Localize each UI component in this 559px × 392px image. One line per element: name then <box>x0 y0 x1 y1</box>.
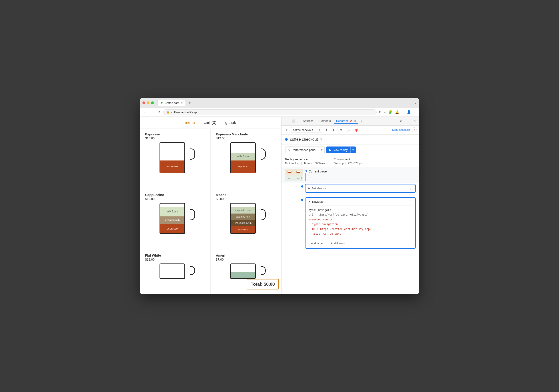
set-viewport-header[interactable]: ▶ Set viewport ⋮ <box>306 185 415 192</box>
timeline-dot-2 <box>301 185 303 187</box>
address-input[interactable]: 🔒 coffee-cart.netlify.app <box>163 109 377 115</box>
settings-icon[interactable]: ⚙ <box>398 118 404 124</box>
help-button[interactable]: ? <box>412 127 417 132</box>
code-type-key: type: <box>309 209 318 212</box>
select-dropdown-icon: ▾ <box>319 129 320 131</box>
performance-panel-button[interactable]: ↻ Performance panel <box>285 147 319 153</box>
add-recording-button[interactable]: + <box>284 127 289 133</box>
environment-values: Desktop | 723×574 px <box>334 162 362 165</box>
recording-select[interactable]: coffee checkout ▾ <box>291 127 322 133</box>
product-cappuccino[interactable]: Cappuccino $19.00 espresso steamed milk … <box>140 189 211 250</box>
play-icon: ▶ <box>329 148 332 151</box>
navigate-step: ▼ Navigate ⋮ type: navigate url: https:/… <box>305 197 416 249</box>
product-espresso[interactable]: Espresso $10.00 espresso <box>140 129 211 189</box>
alert-icon[interactable]: 🔔 <box>395 110 399 114</box>
nav-cart[interactable]: cart (0) <box>204 120 216 125</box>
tab-recorder-close[interactable]: ✕ <box>354 120 356 122</box>
recording-select-value: coffee checkout <box>293 128 313 132</box>
send-feedback-link[interactable]: Send feedback <box>392 128 410 131</box>
timeline-connector-3 <box>301 196 303 201</box>
replay-button[interactable]: ▷| <box>346 127 352 133</box>
mug-handle <box>261 266 266 275</box>
product-macchiato[interactable]: Espresso Macchiato $12.00 espresso milk … <box>211 129 281 189</box>
slow-replay-dropdown-button[interactable]: ▾ <box>350 147 356 153</box>
navigate-more-icon[interactable]: ⋮ <box>409 200 413 204</box>
maximize-button[interactable] <box>151 101 154 104</box>
resolution-value: 723×574 px <box>348 162 362 165</box>
more-tabs-icon[interactable]: » <box>359 118 364 124</box>
tab-sources[interactable]: Sources <box>301 118 316 124</box>
nav-github[interactable]: github <box>225 120 236 125</box>
layer-espresso: espresso <box>160 224 184 233</box>
tab-close-icon[interactable]: ✕ <box>181 101 183 104</box>
devtools-more-icon[interactable]: ⋮ <box>405 118 411 124</box>
action-buttons: ↻ Performance panel ▾ ▶ Slow replay ▾ <box>281 145 419 155</box>
refresh-button[interactable]: ↺ <box>157 110 161 115</box>
replay-settings-values: No throttling | Timeout: 5000 ms <box>285 162 325 165</box>
navigate-header[interactable]: ▼ Navigate ⋮ <box>306 198 415 205</box>
product-name: Espresso <box>145 132 205 136</box>
back-button[interactable]: ← <box>142 110 148 115</box>
performance-panel-group: ↻ Performance panel ▾ <box>285 146 325 153</box>
product-price: $10.00 <box>145 136 205 140</box>
code-evt-title-key: title: <box>312 232 323 235</box>
layer-steamed-milk: steamed milk <box>231 214 255 220</box>
tab-elements[interactable]: Elements <box>317 118 333 124</box>
product-price: $12.00 <box>216 136 276 140</box>
edit-title-icon[interactable]: ✎ <box>320 138 323 141</box>
address-bar: ← → ↺ 🔒 coffee-cart.netlify.app ⬆ ☆ 🧩 🔔 … <box>140 108 419 117</box>
active-tab[interactable]: ▼ Coffee cart ✕ <box>157 100 186 106</box>
tab-bar: ▼ Coffee cart ✕ + <box>157 100 412 106</box>
tab-recorder[interactable]: Recorder 📌 ✕ <box>334 118 358 124</box>
add-timeout-button[interactable]: Add timeout <box>328 241 348 246</box>
timeline-connector-2 <box>301 183 303 196</box>
close-button[interactable] <box>142 101 145 104</box>
device-icon[interactable]: ⬜ <box>290 118 297 124</box>
layer-espresso: espresso <box>231 160 255 173</box>
download-button[interactable]: ⬇ <box>331 127 336 133</box>
bookmark-icon[interactable]: ☆ <box>383 110 386 114</box>
code-url-val: https://coffee-cart.netlify.app/ <box>317 213 368 216</box>
forward-button[interactable]: → <box>149 110 155 115</box>
layer-milk-foam: milk foam <box>231 153 255 160</box>
devtools-close-icon[interactable]: ✕ <box>412 118 418 124</box>
product-price: $18.00 <box>145 258 205 261</box>
record-button[interactable]: ◉ <box>354 127 360 133</box>
extension-icon[interactable]: 🧩 <box>389 110 393 114</box>
profile-icon[interactable]: 👤 <box>407 110 411 114</box>
product-name: Cappuccino <box>145 193 205 197</box>
slow-replay-button[interactable]: ▶ Slow replay <box>326 147 350 153</box>
product-americano[interactable]: Ameri $7.00 Total: $0.00 <box>211 250 281 294</box>
mug-handle <box>190 266 195 275</box>
code-evt-type-val: navigation <box>322 223 338 226</box>
recording-header: coffee checkout ✎ <box>281 134 419 145</box>
nav-menu[interactable]: menu <box>185 120 195 125</box>
add-target-button[interactable]: Add target <box>308 241 326 246</box>
current-page-more-icon[interactable]: ⋮ <box>412 169 416 173</box>
sidebar-icon[interactable]: ▭ <box>401 110 405 114</box>
mug-handle <box>261 149 266 160</box>
new-tab-button[interactable]: + <box>187 100 193 105</box>
more-icon[interactable]: ⋮ <box>413 110 417 114</box>
product-name: Ameri <box>216 253 276 257</box>
product-flat-white[interactable]: Flat White $18.00 <box>140 250 211 294</box>
layer-whipped-cream: whipped cream <box>231 207 255 214</box>
set-viewport-more-icon[interactable]: ⋮ <box>409 186 413 190</box>
product-mocha[interactable]: Mocha $8.00 espresso chocolate syrup ste… <box>211 189 281 250</box>
performance-dropdown-button[interactable]: ▾ <box>319 147 324 153</box>
minimize-button[interactable] <box>147 101 149 104</box>
devtools-panel: ⊹ ⬜ Sources Elements Recorder 📌 ✕ » ⚙ ⋮ … <box>281 117 419 294</box>
recording-status-dot <box>285 138 288 141</box>
product-name: Espresso Macchiato <box>216 132 276 136</box>
thumb-1 <box>285 169 294 175</box>
cursor-icon[interactable]: ⊹ <box>283 118 289 124</box>
throttling-value: No throttling <box>285 162 299 165</box>
timeline-line-3 <box>302 187 302 196</box>
recorder-pin-icon: 📌 <box>349 120 352 122</box>
delete-button[interactable]: 🗑 <box>338 127 344 133</box>
desktop-value: Desktop <box>334 162 344 165</box>
share-icon[interactable]: ⬆ <box>378 110 381 114</box>
replay-settings-title[interactable]: Replay settings ▶ <box>285 158 325 161</box>
timeline-dot-3 <box>301 199 303 201</box>
export-button[interactable]: ⬆ <box>324 127 329 133</box>
